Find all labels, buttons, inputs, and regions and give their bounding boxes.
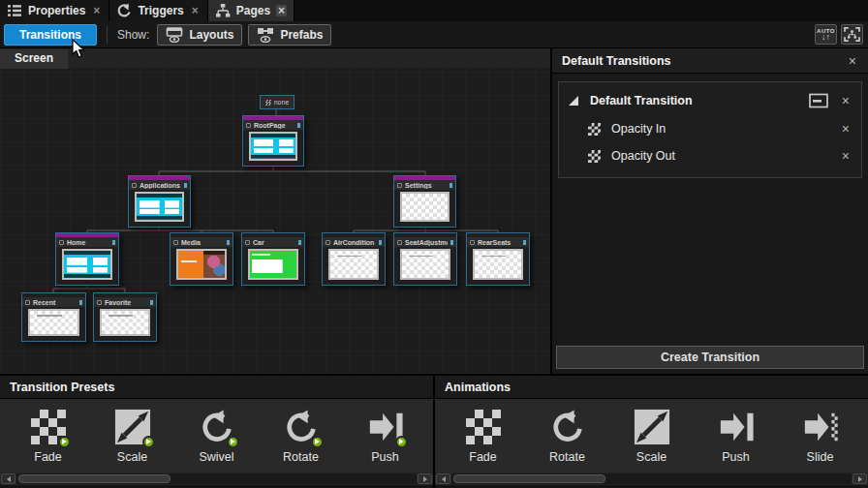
animation-slide[interactable]: Slide bbox=[782, 409, 859, 464]
page-graph-canvas[interactable]: noneRootPageApplicationsSettingsHomeMedi… bbox=[0, 48, 552, 374]
slide-icon bbox=[802, 409, 839, 445]
play-badge-icon bbox=[227, 436, 239, 448]
tab-close-icon[interactable]: × bbox=[276, 5, 287, 16]
expander-icon[interactable] bbox=[569, 96, 578, 106]
play-badge-icon bbox=[395, 436, 408, 448]
page-icon bbox=[326, 240, 330, 245]
app-window: Properties×Triggers×Pages× Transitions S… bbox=[0, 0, 868, 488]
item-label: Scale bbox=[117, 450, 147, 464]
scrollbar-track[interactable] bbox=[16, 473, 417, 484]
node-transition-indicator bbox=[450, 240, 453, 245]
scrollbar-track[interactable] bbox=[451, 473, 852, 484]
horizontal-scrollbar[interactable] bbox=[0, 473, 433, 485]
page-thumbnail bbox=[400, 249, 450, 280]
node-rootpage[interactable]: RootPage bbox=[242, 115, 304, 167]
page-icon bbox=[97, 300, 102, 305]
fit-view-button[interactable] bbox=[841, 24, 863, 45]
icon-wrap bbox=[199, 409, 235, 445]
page-icon bbox=[397, 183, 402, 188]
page-thumbnail bbox=[400, 192, 450, 222]
preset-scale[interactable]: Scale bbox=[94, 409, 171, 464]
tab-triggers[interactable]: Triggers× bbox=[109, 0, 207, 21]
animation-scale[interactable]: Scale bbox=[613, 409, 691, 464]
default-transitions-titlebar: Default Transitions × bbox=[552, 48, 868, 74]
transition-card-icon[interactable] bbox=[809, 93, 828, 108]
list-icon bbox=[7, 3, 22, 18]
triggers-icon bbox=[116, 3, 132, 18]
preset-swivel[interactable]: Swivel bbox=[178, 409, 256, 464]
node-applications[interactable]: Applications bbox=[128, 175, 191, 228]
icon-wrap bbox=[549, 409, 586, 445]
auto-arrange-button[interactable]: AUTO ↓↑ bbox=[815, 24, 837, 45]
node-label: Home bbox=[67, 239, 109, 246]
node-seatadjustment[interactable]: SeatAdjustment bbox=[393, 232, 457, 286]
item-label: Rotate bbox=[549, 450, 585, 464]
default-transition-group[interactable]: Default Transition × Opacity In×Opacity … bbox=[558, 81, 862, 178]
auto-arrows-icon: ↓↑ bbox=[822, 33, 830, 42]
animation-push[interactable]: Push bbox=[698, 409, 775, 464]
panel-title: Transition Presets bbox=[0, 376, 433, 399]
transition-item-label: Opacity Out bbox=[611, 149, 829, 163]
tab-close-icon[interactable]: × bbox=[91, 5, 102, 16]
node-label: Recent bbox=[33, 299, 77, 306]
remove-transition-icon[interactable]: × bbox=[840, 94, 852, 107]
node-aircondition[interactable]: AirCondition bbox=[322, 232, 386, 286]
scroll-left-button[interactable] bbox=[436, 473, 450, 484]
preset-push[interactable]: Push bbox=[347, 409, 424, 464]
create-transition-button[interactable]: Create Transition bbox=[556, 346, 864, 369]
scroll-left-button[interactable] bbox=[1, 473, 16, 484]
node-favorite[interactable]: Favorite bbox=[93, 292, 157, 342]
page-icon bbox=[132, 183, 137, 188]
fade-icon bbox=[588, 123, 601, 136]
scrollbar-thumb[interactable] bbox=[453, 474, 605, 483]
node-transition-indicator bbox=[79, 300, 82, 305]
item-label: Push bbox=[722, 450, 750, 464]
node-settings[interactable]: Settings bbox=[393, 175, 456, 228]
item-label: Rotate bbox=[283, 450, 319, 464]
node-home[interactable]: Home bbox=[55, 232, 119, 286]
panel-spacer bbox=[552, 178, 868, 346]
panel-title: Animations bbox=[435, 376, 868, 399]
node-recent[interactable]: Recent bbox=[21, 292, 86, 342]
node-label: Media bbox=[181, 239, 224, 246]
tab-close-icon[interactable]: × bbox=[190, 5, 201, 16]
arrow-left-icon bbox=[7, 476, 11, 482]
tab-properties[interactable]: Properties× bbox=[0, 0, 109, 21]
node-media[interactable]: Media bbox=[170, 232, 233, 286]
close-panel-icon[interactable]: × bbox=[847, 54, 858, 68]
animation-rotate[interactable]: Rotate bbox=[529, 409, 606, 464]
rotate-icon bbox=[549, 409, 586, 445]
mouse-cursor bbox=[72, 39, 86, 59]
node-car[interactable]: Car bbox=[241, 232, 305, 286]
layouts-button[interactable]: Layouts bbox=[157, 24, 242, 46]
transition-item-opacity-in[interactable]: Opacity In× bbox=[559, 115, 861, 142]
scrollbar-thumb[interactable] bbox=[18, 474, 170, 483]
scroll-right-button[interactable] bbox=[852, 473, 867, 484]
arrow-right-icon bbox=[858, 476, 862, 482]
prefabs-button[interactable]: Prefabs bbox=[248, 24, 331, 46]
transition-item-opacity-out[interactable]: Opacity Out× bbox=[559, 142, 861, 169]
push-icon bbox=[718, 409, 755, 445]
node-label: Favorite bbox=[105, 299, 147, 306]
scroll-right-button[interactable] bbox=[418, 473, 432, 484]
tab-pages[interactable]: Pages× bbox=[208, 0, 294, 21]
group-title: Default Transition bbox=[590, 94, 797, 107]
default-transition-header: Default Transition × bbox=[559, 86, 861, 115]
remove-item-icon[interactable]: × bbox=[840, 122, 852, 136]
node-label: RearSeats bbox=[478, 239, 520, 246]
icon-wrap bbox=[283, 409, 320, 445]
preset-rotate[interactable]: Rotate bbox=[263, 409, 340, 464]
node-rearseats[interactable]: RearSeats bbox=[466, 232, 530, 286]
node-none[interactable]: none bbox=[260, 95, 294, 109]
node-label: Settings bbox=[405, 182, 447, 189]
item-label: Scale bbox=[636, 450, 666, 464]
remove-item-icon[interactable]: × bbox=[840, 149, 852, 163]
preset-fade[interactable]: Fade bbox=[10, 409, 87, 464]
layouts-icon bbox=[166, 27, 183, 43]
page-icon bbox=[245, 240, 250, 245]
node-transition-indicator bbox=[227, 240, 230, 245]
horizontal-scrollbar[interactable] bbox=[435, 473, 868, 485]
play-badge-icon bbox=[311, 436, 324, 448]
animation-fade[interactable]: Fade bbox=[445, 409, 522, 464]
screen-tab[interactable]: Screen bbox=[0, 49, 68, 69]
